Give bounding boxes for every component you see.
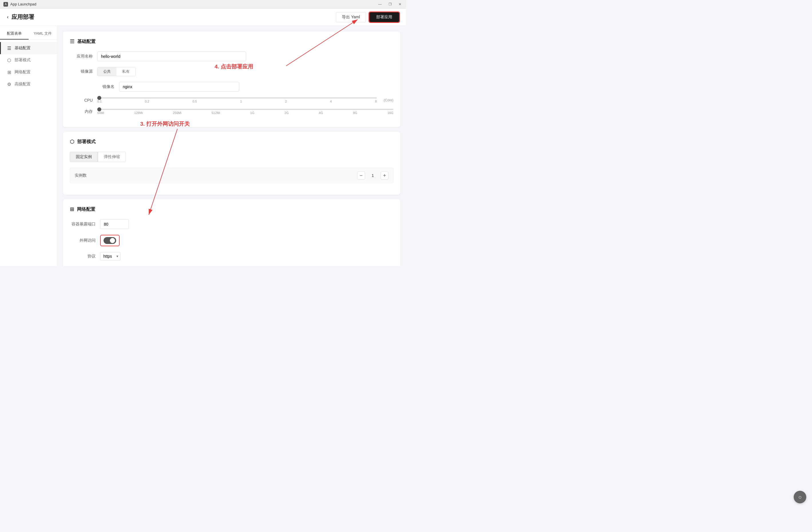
protocol-select[interactable]: https http bbox=[100, 252, 120, 261]
sidebar-item-basic-label: 基础配置 bbox=[15, 45, 31, 51]
protocol-select-wrapper: https http bbox=[100, 252, 120, 261]
app-name-input[interactable] bbox=[97, 52, 246, 61]
page-header: ‹ 应用部署 导出 Yaml 部署应用 bbox=[0, 9, 406, 26]
external-access-toggle[interactable] bbox=[104, 237, 116, 244]
tab-config-form[interactable]: 配置表单 bbox=[0, 28, 29, 40]
toggle-slider bbox=[104, 237, 116, 244]
cpu-label: CPU bbox=[70, 98, 93, 102]
memory-label: 内存 bbox=[70, 109, 93, 114]
memory-marks: 64Mi 128Mi 256Mi 512Mi 1G 2G 4G 8G 16G bbox=[97, 111, 393, 114]
elastic-scale-btn[interactable]: 弹性伸缩 bbox=[98, 152, 126, 162]
cpu-marks: 0.1 0.2 0.5 1 2 4 8 bbox=[97, 100, 377, 103]
sidebar-item-advanced[interactable]: ⚙ 高级配置 bbox=[0, 78, 57, 90]
fixed-instance-btn[interactable]: 固定实例 bbox=[70, 152, 98, 162]
deploy-app-button[interactable]: 部署应用 bbox=[369, 12, 399, 22]
titlebar-title: App Launchpad bbox=[10, 2, 37, 6]
app-icon: A bbox=[3, 2, 8, 6]
external-access-label: 外网访问 bbox=[70, 238, 96, 243]
tab-yaml-file[interactable]: YAML 文件 bbox=[29, 28, 57, 40]
sidebar-item-basic[interactable]: ☰ 基础配置 bbox=[0, 42, 57, 54]
basic-config-title: ☰ 基础配置 bbox=[70, 38, 393, 45]
image-source-public-btn[interactable]: 公共 bbox=[98, 67, 116, 76]
deploy-mode-icon: ⬡ bbox=[6, 58, 12, 63]
cpu-row: CPU 0.1 0.2 0.5 1 2 4 8 (Core) bbox=[70, 97, 393, 103]
image-source-label: 镜像源 bbox=[70, 69, 93, 74]
protocol-label: 协议 bbox=[70, 254, 96, 259]
image-source-private-btn[interactable]: 私有 bbox=[116, 67, 135, 76]
external-access-row: 外网访问 bbox=[70, 235, 393, 246]
instance-decrease-btn[interactable]: − bbox=[357, 171, 365, 180]
sidebar-item-deploy[interactable]: ⬡ 部署模式 bbox=[0, 54, 57, 66]
image-name-input[interactable] bbox=[119, 82, 239, 92]
page-title: 应用部署 bbox=[12, 13, 34, 21]
deploy-mode-title: ⬡ 部署模式 bbox=[70, 139, 393, 145]
external-toggle-wrapper bbox=[100, 235, 120, 246]
cpu-slider[interactable] bbox=[97, 97, 377, 98]
network-config-section: ⊞ 网络配置 容器暴露端口 外网访问 bbox=[63, 199, 400, 266]
deploy-mode-section: ⬡ 部署模式 固定实例 弹性伸缩 实例数 − 1 + bbox=[63, 132, 400, 195]
port-label: 容器暴露端口 bbox=[70, 222, 96, 227]
basic-config-section-icon: ☰ bbox=[70, 38, 74, 45]
sidebar-item-network[interactable]: ⊞ 网络配置 bbox=[0, 66, 57, 78]
sidebar: 配置表单 YAML 文件 ☰ 基础配置 ⬡ 部署模式 ⊞ 网络配置 ⚙ 高级配置 bbox=[0, 26, 57, 266]
minimize-button[interactable]: — bbox=[377, 2, 383, 7]
close-button[interactable]: ✕ bbox=[397, 2, 403, 7]
titlebar-left: A App Launchpad bbox=[3, 2, 37, 6]
cpu-slider-container: 0.1 0.2 0.5 1 2 4 8 bbox=[97, 97, 377, 103]
protocol-row: 协议 https http bbox=[70, 252, 393, 261]
instance-increase-btn[interactable]: + bbox=[380, 171, 389, 180]
instance-row: 实例数 − 1 + bbox=[70, 168, 393, 183]
export-yaml-button[interactable]: 导出 Yaml bbox=[336, 12, 366, 22]
instance-value: 1 bbox=[368, 173, 377, 178]
image-name-row: 镜像名 bbox=[70, 82, 393, 92]
deploy-mode-buttons: 固定实例 弹性伸缩 bbox=[70, 152, 393, 162]
back-button[interactable]: ‹ bbox=[7, 14, 9, 20]
sidebar-item-network-label: 网络配置 bbox=[15, 70, 31, 75]
advanced-config-icon: ⚙ bbox=[6, 82, 12, 87]
network-config-section-icon: ⊞ bbox=[70, 206, 74, 212]
content-area: ☰ 基础配置 应用名称 镜像源 公共 私有 bbox=[57, 26, 406, 266]
image-source-row: 镜像源 公共 私有 bbox=[70, 67, 393, 76]
memory-slider-container: 64Mi 128Mi 256Mi 512Mi 1G 2G 4G 8G 16G bbox=[97, 109, 393, 114]
app-name-label: 应用名称 bbox=[70, 54, 93, 59]
instance-controls: − 1 + bbox=[357, 171, 389, 180]
restore-button[interactable]: ❐ bbox=[387, 2, 393, 7]
basic-config-section: ☰ 基础配置 应用名称 镜像源 公共 私有 bbox=[63, 31, 400, 127]
network-config-icon: ⊞ bbox=[6, 70, 12, 75]
deploy-mode-btns-container: 固定实例 弹性伸缩 bbox=[70, 152, 393, 162]
network-config-title: ⊞ 网络配置 bbox=[70, 206, 393, 212]
image-source-toggle: 公共 私有 bbox=[97, 67, 136, 76]
page-header-left: ‹ 应用部署 bbox=[7, 13, 34, 21]
basic-config-icon: ☰ bbox=[6, 45, 12, 51]
instance-label: 实例数 bbox=[75, 173, 87, 178]
memory-row: 内存 64Mi 128Mi 256Mi 512Mi 1G 2G 4G 8G bbox=[70, 109, 393, 114]
cpu-unit: (Core) bbox=[384, 98, 393, 102]
port-row: 容器暴露端口 bbox=[70, 219, 393, 229]
port-input[interactable] bbox=[100, 219, 129, 229]
image-name-label: 镜像名 bbox=[97, 84, 114, 89]
titlebar-controls[interactable]: — ❐ ✕ bbox=[377, 2, 403, 7]
sidebar-tabs: 配置表单 YAML 文件 bbox=[0, 28, 57, 40]
titlebar: A App Launchpad — ❐ ✕ bbox=[0, 0, 406, 9]
app-body: ‹ 应用部署 导出 Yaml 部署应用 配置表单 YAML 文件 ☰ 基础配置 … bbox=[0, 9, 406, 266]
deploy-mode-section-icon: ⬡ bbox=[70, 139, 74, 145]
sidebar-item-deploy-label: 部署模式 bbox=[15, 58, 31, 63]
memory-slider[interactable] bbox=[97, 109, 393, 110]
sidebar-item-advanced-label: 高级配置 bbox=[15, 82, 31, 87]
main-content: 配置表单 YAML 文件 ☰ 基础配置 ⬡ 部署模式 ⊞ 网络配置 ⚙ 高级配置 bbox=[0, 26, 406, 266]
app-name-row: 应用名称 bbox=[70, 52, 393, 61]
header-actions: 导出 Yaml 部署应用 bbox=[336, 12, 399, 22]
